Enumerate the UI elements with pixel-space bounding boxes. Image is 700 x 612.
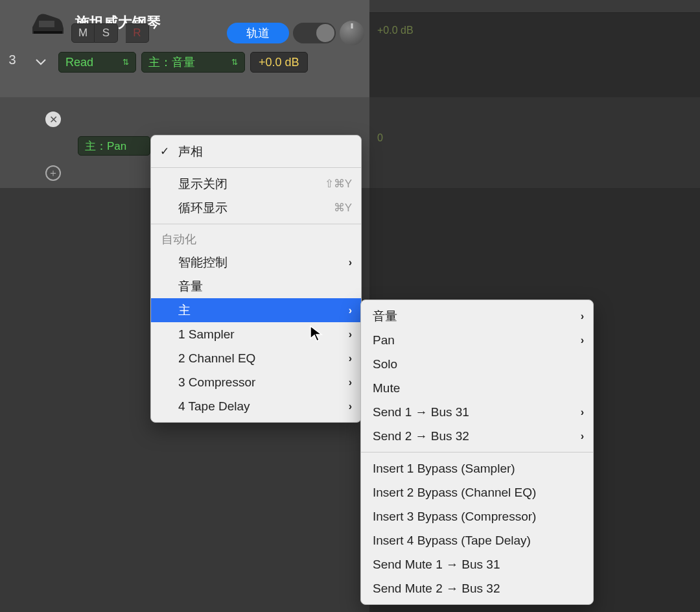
subtrack-param-label: 主：Pan: [85, 139, 126, 154]
automation-param-select[interactable]: 主：音量 ⇅: [141, 52, 245, 73]
submenu-item-solo[interactable]: Solo: [361, 352, 593, 376]
submenu-item-volume[interactable]: 音量 ›: [361, 304, 593, 328]
automation-param-label: 主：音量: [148, 54, 195, 70]
timeline-db-label: +0.0 dB: [377, 25, 414, 36]
updown-icon: ⇅: [122, 58, 129, 67]
automation-toggle[interactable]: [293, 23, 336, 43]
submenu-item-pan[interactable]: Pan ›: [361, 328, 593, 352]
svg-rect-1: [39, 21, 54, 27]
menu-item-main[interactable]: 主 ›: [151, 298, 361, 322]
check-icon: ✓: [160, 145, 169, 158]
menu-item-plugin-1[interactable]: 1 Sampler ›: [151, 322, 361, 346]
menu-item-plugin-3[interactable]: 3 Compressor ›: [151, 370, 361, 394]
menu-item-show-off[interactable]: 显示关闭 ⇧⌘Y: [151, 172, 361, 196]
keyboard-shortcut: ⇧⌘Y: [325, 177, 352, 191]
chevron-right-icon: ›: [581, 430, 584, 442]
solo-button[interactable]: S: [95, 23, 118, 43]
automation-mode-select[interactable]: Read ⇅: [58, 52, 136, 73]
menu-item-plugin-2[interactable]: 2 Channel EQ ›: [151, 346, 361, 370]
chevron-right-icon: ›: [349, 257, 352, 268]
chevron-right-icon: ›: [349, 353, 352, 364]
menu-separator: [361, 452, 593, 453]
updown-icon: ⇅: [231, 58, 238, 67]
ruler[interactable]: [369, 0, 700, 13]
submenu-item-send-2[interactable]: Send 2 → Bus 32 ›: [361, 424, 593, 448]
menu-item-volume[interactable]: 音量: [151, 274, 361, 298]
menu-separator: [151, 167, 361, 168]
svg-rect-0: [34, 31, 62, 34]
automation-submenu-main: 音量 › Pan › Solo Mute Send 1 → Bus 31 › S…: [360, 300, 594, 605]
menu-section-header: 自动化: [151, 228, 361, 250]
submenu-item-insert-1-bypass[interactable]: Insert 1 Bypass (Sampler): [361, 456, 593, 480]
track-header: 3 施坦威大钢琴 M S R 轨道 Read ⇅: [0, 0, 369, 97]
chevron-right-icon: ›: [349, 401, 352, 412]
menu-item-pan-checked[interactable]: ✓ 声相: [151, 139, 361, 163]
chevron-right-icon: ›: [349, 329, 352, 340]
submenu-item-insert-4-bypass[interactable]: Insert 4 Bypass (Tape Delay): [361, 528, 593, 552]
menu-item-plugin-4[interactable]: 4 Tape Delay ›: [151, 394, 361, 418]
submenu-item-insert-2-bypass[interactable]: Insert 2 Bypass (Channel EQ): [361, 480, 593, 504]
chevron-right-icon: ›: [349, 305, 352, 316]
track-body: 施坦威大钢琴 M S R 轨道 Read ⇅ 主：音量 ⇅: [25, 0, 369, 97]
automation-pill[interactable]: 轨道: [227, 23, 289, 43]
menu-item-cycle-show[interactable]: 循环显示 ⌘Y: [151, 196, 361, 220]
submenu-item-send-mute-2[interactable]: Send Mute 2 → Bus 32: [361, 576, 593, 600]
piano-icon: [29, 6, 67, 39]
timeline-sublane: 0: [369, 97, 700, 188]
chevron-right-icon: ›: [349, 377, 352, 388]
submenu-item-mute[interactable]: Mute: [361, 376, 593, 400]
menu-separator: [151, 224, 361, 224]
menu-item-smart-control[interactable]: 智能控制 ›: [151, 250, 361, 274]
submenu-item-send-1[interactable]: Send 1 → Bus 31 ›: [361, 400, 593, 424]
mute-button[interactable]: M: [71, 23, 95, 43]
chevron-right-icon: ›: [581, 335, 584, 346]
close-icon[interactable]: ✕: [45, 112, 61, 127]
disclosure-icon[interactable]: [29, 59, 53, 65]
chevron-right-icon: ›: [581, 406, 584, 418]
subtrack-param-select[interactable]: 主：Pan: [78, 136, 150, 156]
db-value[interactable]: +0.0 dB: [250, 52, 308, 73]
record-button[interactable]: R: [126, 23, 149, 43]
automation-mode-label: Read: [65, 56, 93, 69]
chevron-right-icon: ›: [581, 311, 584, 322]
track-number: 3: [0, 0, 25, 97]
submenu-item-insert-3-bypass[interactable]: Insert 3 Bypass (Compressor): [361, 504, 593, 528]
timeline-zero-label: 0: [377, 132, 383, 144]
automation-context-menu: ✓ 声相 显示关闭 ⇧⌘Y 循环显示 ⌘Y 自动化 智能控制 › 音量 主 › …: [150, 135, 362, 423]
submenu-item-send-mute-1[interactable]: Send Mute 1 → Bus 31: [361, 552, 593, 576]
pan-knob[interactable]: [340, 21, 364, 45]
keyboard-shortcut: ⌘Y: [334, 201, 352, 215]
add-icon[interactable]: ＋: [45, 165, 61, 181]
